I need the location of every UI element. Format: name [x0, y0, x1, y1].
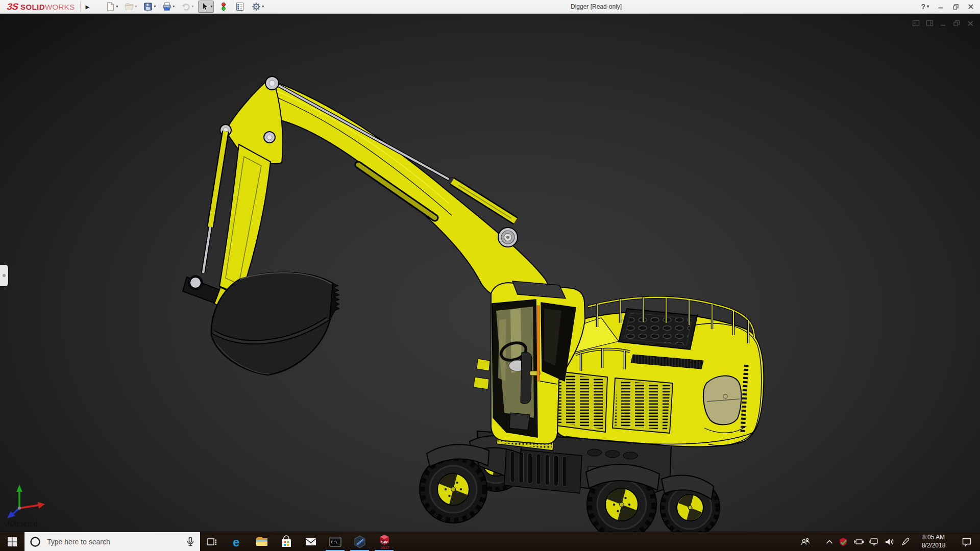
dipper-arm[interactable] — [219, 144, 271, 295]
tray-chevron-up-icon[interactable] — [822, 532, 837, 551]
solidworks-hexagon-icon — [353, 535, 366, 548]
cab-step — [474, 377, 489, 389]
dropdown-caret-icon[interactable]: ▾ — [173, 5, 175, 9]
taskbar-app-mail[interactable] — [299, 532, 323, 551]
select-cursor-icon — [200, 2, 210, 12]
tray-people-icon[interactable] — [798, 532, 813, 551]
document-title: Digger [Read-only] — [571, 0, 622, 13]
rebuild-button[interactable] — [217, 1, 230, 13]
brand-text-works: WORKS — [45, 3, 75, 11]
close-icon — [968, 4, 974, 10]
bucket-cylinder[interactable] — [203, 131, 226, 273]
microsoft-store-icon — [280, 535, 293, 548]
document-window-controls — [912, 19, 974, 27]
solidworks-2017-icon: SW 2017 — [378, 534, 391, 549]
task-view-button[interactable] — [200, 532, 224, 551]
restore-icon — [952, 4, 959, 10]
menu-expand-button[interactable]: ▶ — [80, 2, 95, 12]
boom-pivot-pin — [498, 228, 518, 247]
tray-pen-icon[interactable] — [898, 532, 913, 551]
tray-power-icon[interactable] — [851, 532, 866, 551]
title-bar: 3S SOLID WORKS ▶ ▾ ▾ — [0, 0, 980, 14]
cortana-icon — [30, 536, 41, 547]
save-button[interactable]: ▾ — [141, 1, 157, 13]
action-center-button[interactable] — [955, 532, 978, 551]
select-tool-button[interactable]: ▾ — [198, 1, 214, 13]
tray-display-network-icon[interactable] — [867, 532, 881, 551]
doc-minimize-icon[interactable] — [940, 20, 947, 27]
svg-text:C:\_: C:\_ — [331, 540, 340, 544]
brand-text-solid: SOLID — [20, 3, 45, 11]
dropdown-caret-icon[interactable]: ▾ — [116, 5, 118, 9]
help-button[interactable]: ? ▾ — [921, 3, 929, 11]
view-orientation-label: *Dimetric — [7, 520, 37, 528]
undo-button[interactable]: ▾ — [179, 1, 195, 13]
open-button[interactable]: ▾ — [122, 1, 138, 13]
tray-volume-icon[interactable] — [882, 532, 897, 551]
engine-block[interactable] — [619, 309, 697, 349]
edge-icon: e — [231, 535, 244, 548]
dropdown-caret-icon[interactable]: ▾ — [262, 5, 264, 9]
operator-seat — [521, 352, 532, 404]
pane-toggle-b-icon[interactable] — [926, 19, 934, 27]
file-explorer-icon — [255, 535, 268, 548]
taskbar-app-edge[interactable]: e — [225, 532, 249, 551]
notification-bubble-icon — [962, 537, 972, 546]
clock-time: 8:05 AM — [922, 534, 945, 542]
print-icon — [162, 2, 172, 12]
rear-window-cutout — [703, 376, 741, 425]
new-document-icon — [105, 2, 115, 12]
restore-button[interactable] — [952, 4, 959, 10]
options-button[interactable]: ▾ — [250, 1, 265, 13]
minimize-button[interactable] — [938, 4, 944, 10]
start-button[interactable] — [0, 532, 24, 551]
dropdown-caret-icon[interactable]: ▾ — [210, 5, 212, 9]
bucket[interactable] — [211, 272, 339, 375]
print-button[interactable]: ▾ — [160, 1, 176, 13]
taskbar-app-file-explorer[interactable] — [250, 532, 274, 551]
svg-text:SW: SW — [381, 540, 387, 544]
tray-solidworks-resource-monitor-icon[interactable] — [837, 532, 850, 551]
task-view-icon — [206, 536, 217, 547]
graphics-viewport[interactable]: *Dimetric — [0, 14, 980, 532]
mail-icon — [304, 535, 317, 548]
file-properties-icon — [235, 2, 245, 12]
minimize-icon — [938, 4, 944, 10]
search-input[interactable] — [46, 537, 186, 546]
close-button[interactable] — [968, 4, 974, 10]
dropdown-caret-icon[interactable]: ▾ — [154, 5, 156, 9]
expand-arrow-icon: ▶ — [86, 4, 90, 10]
excavator-model[interactable] — [0, 14, 980, 532]
clock-date: 8/2/2018 — [922, 542, 946, 550]
save-floppy-icon — [143, 2, 153, 12]
collapsed-panel-tab[interactable] — [0, 265, 8, 286]
rebuild-stoplight-icon — [218, 2, 229, 12]
svg-text:e: e — [233, 535, 239, 548]
taskbar-search[interactable] — [24, 532, 200, 551]
windows-taskbar: e — [0, 532, 980, 551]
taskbar-clock[interactable]: 8:05 AM 8/2/2018 — [913, 532, 954, 551]
taskbar-app-store[interactable] — [274, 532, 298, 551]
microphone-icon[interactable] — [186, 537, 195, 547]
doc-restore-icon[interactable] — [953, 19, 961, 27]
solidworks-window: 3S SOLID WORKS ▶ ▾ ▾ — [0, 0, 980, 551]
doc-close-icon[interactable] — [967, 20, 974, 27]
help-icon: ? — [921, 3, 925, 11]
command-prompt-icon: C:\_ — [329, 535, 342, 548]
open-folder-icon — [124, 2, 134, 12]
window-controls: ? ▾ — [921, 0, 974, 13]
pane-toggle-a-icon[interactable] — [912, 19, 920, 27]
file-properties-button[interactable] — [233, 1, 247, 13]
quick-access-toolbar: ▾ ▾ ▾ — [104, 1, 265, 13]
dropdown-caret-icon: ▾ — [135, 5, 137, 9]
svg-text:2017: 2017 — [380, 545, 389, 550]
taskbar-app-solidworks-hexagon[interactable] — [348, 532, 372, 551]
dropdown-caret-icon: ▾ — [191, 5, 193, 9]
cab-pillar-orange-strip — [537, 306, 540, 381]
new-document-button[interactable]: ▾ — [104, 1, 119, 13]
taskbar-app-solidworks-2017[interactable]: SW 2017 — [372, 532, 396, 551]
dropdown-caret-icon: ▾ — [927, 5, 929, 9]
taskbar-app-command-prompt[interactable]: C:\_ — [323, 532, 347, 551]
cab-door-panel — [509, 413, 530, 430]
dassault-3ds-logo-icon: 3S — [6, 2, 19, 12]
